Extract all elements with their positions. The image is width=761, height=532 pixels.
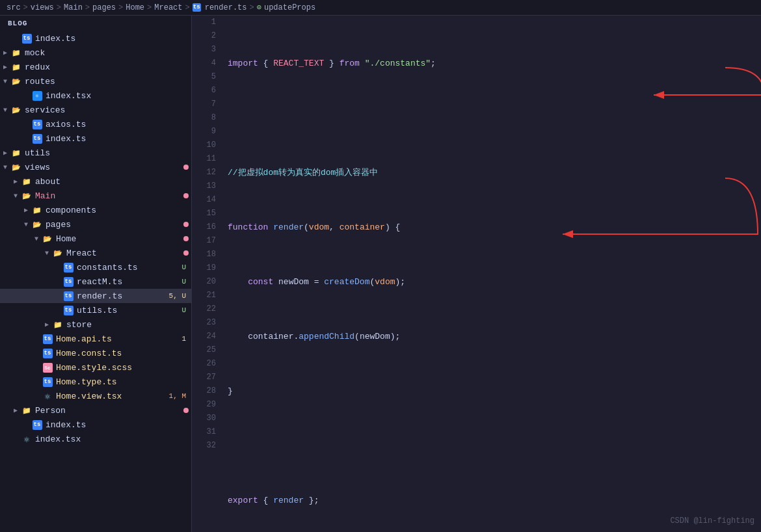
arrow: ▼: [21, 219, 31, 230]
folder-icon: 📁: [10, 147, 22, 159]
arrow: [31, 391, 42, 401]
sidebar-item-home-type-ts[interactable]: ts Home.type.ts: [0, 375, 191, 389]
arrow: [31, 377, 42, 387]
line-num-26: 26: [197, 357, 216, 371]
file-badge: U: [179, 306, 189, 314]
line-num-29: 29: [197, 398, 216, 412]
folder-icon: 📂: [10, 161, 22, 173]
breadcrumb-sep5: >: [147, 3, 152, 12]
sidebar-item-redux[interactable]: ▶ 📁 redux: [0, 60, 191, 74]
line-num-20: 20: [197, 275, 216, 289]
line-num-21: 21: [197, 289, 216, 302]
file-label: Home.const.ts: [56, 349, 191, 358]
sidebar-item-reactm-ts[interactable]: ts reactM.ts U: [0, 274, 191, 289]
file-icon-ts: ts: [21, 33, 33, 44]
folder-label: about: [35, 177, 191, 187]
breadcrumb-pages[interactable]: pages: [92, 3, 116, 12]
code-lines: import { REACT_TEXT } from "./constants"…: [221, 16, 761, 532]
file-badge: 1, M: [167, 392, 189, 400]
code-line-6: container.appendChild(newDom);: [228, 330, 761, 343]
sidebar-item-person[interactable]: ▶ 📁 Person: [0, 403, 191, 418]
sidebar-item-home-view-tsx[interactable]: ⚛ Home.view.tsx 1, M: [0, 389, 191, 403]
line-num-10: 10: [197, 139, 216, 152]
breadcrumb-src[interactable]: src: [7, 3, 21, 12]
file-badge: 5, U: [167, 292, 189, 300]
sidebar-item-index-ts[interactable]: ts index.ts: [0, 31, 191, 46]
code-line-7: }: [228, 384, 761, 398]
sidebar-item-services-index-ts[interactable]: ts index.ts: [0, 131, 191, 146]
sidebar-item-routes-index-tsx[interactable]: ⚛ index.tsx: [0, 88, 191, 103]
sidebar-item-home-const-ts[interactable]: ts Home.const.ts: [0, 346, 191, 360]
sidebar-item-utils[interactable]: ▶ 📁 utils: [0, 146, 191, 160]
arrow: ▶: [0, 47, 10, 58]
file-icon-ts: ts: [31, 133, 43, 144]
line-num-24: 24: [197, 330, 216, 343]
sidebar-item-pages[interactable]: ▼ 📂 pages: [0, 217, 191, 232]
folder-label: Person: [35, 406, 183, 416]
sidebar-item-home[interactable]: ▼ 📂 Home: [0, 232, 191, 246]
folder-label: redux: [25, 62, 191, 72]
folder-label: Home: [56, 234, 183, 244]
sidebar-item-mreact[interactable]: ▼ 📂 Mreact: [0, 246, 191, 260]
line-num-22: 22: [197, 302, 216, 316]
folder-icon: 📁: [21, 405, 33, 416]
arrow: [52, 262, 62, 273]
sidebar-item-home-style-scss[interactable]: Sc Home.style.scss: [0, 360, 191, 375]
breadcrumb-views[interactable]: views: [31, 3, 54, 12]
folder-icon: 📁: [31, 204, 43, 216]
arrow: ▶: [10, 405, 21, 416]
file-label: Home.view.tsx: [56, 392, 167, 401]
arrow: [10, 434, 21, 444]
sidebar-item-about[interactable]: ▶ 📁 about: [0, 174, 191, 189]
sidebar-item-services[interactable]: ▼ 📂 services: [0, 103, 191, 117]
breadcrumb-file[interactable]: render.ts: [205, 3, 247, 12]
sidebar-item-main[interactable]: ▼ 📂 Main: [0, 189, 191, 203]
sidebar-item-render-ts[interactable]: ts render.ts 5, U: [0, 289, 191, 303]
sidebar-item-index-ts3[interactable]: ts index.ts: [0, 418, 191, 432]
file-icon-ts: ts: [62, 290, 74, 302]
folder-label: pages: [46, 220, 183, 230]
line-num-17: 17: [197, 234, 216, 248]
main-container: BLOG ts index.ts ▶ 📁 mock ▶ 📁 redux ▼ 📂 …: [0, 16, 761, 532]
breadcrumb-home[interactable]: Home: [126, 3, 144, 12]
sidebar: BLOG ts index.ts ▶ 📁 mock ▶ 📁 redux ▼ 📂 …: [0, 16, 192, 532]
folder-icon: 📂: [21, 190, 33, 202]
folder-label: mock: [25, 48, 191, 58]
breadcrumb-main[interactable]: Main: [64, 3, 83, 12]
folder-icon: 📁: [10, 61, 22, 73]
line-num-5: 5: [197, 70, 216, 84]
sidebar-item-axios-ts[interactable]: ts axios.ts: [0, 117, 191, 131]
sidebar-item-views[interactable]: ▼ 📂 views: [0, 160, 191, 174]
breadcrumb-mreact[interactable]: Mreact: [154, 3, 182, 12]
line-num-1: 1: [197, 16, 216, 29]
file-label: index.ts: [46, 420, 191, 430]
line-num-30: 30: [197, 412, 216, 425]
file-icon-ts: ts: [31, 419, 43, 431]
arrow: [21, 419, 31, 430]
file-label: utils.ts: [77, 306, 179, 315]
sidebar-item-constants-ts[interactable]: ts constants.ts U: [0, 260, 191, 274]
line-num-15: 15: [197, 207, 216, 220]
file-label: index.ts: [35, 34, 191, 44]
breadcrumb-func-icon: ⊙: [257, 3, 261, 12]
line-num-12: 12: [197, 166, 216, 180]
breadcrumb-sep2: >: [57, 3, 61, 12]
sidebar-item-utils-ts[interactable]: ts utils.ts U: [0, 303, 191, 317]
editor[interactable]: 1 2 3 4 5 6 7 8 9 10 11 12 13 14 15 16 1…: [192, 16, 761, 532]
file-icon-ts: ts: [42, 347, 53, 359]
code-line-8: [228, 439, 761, 453]
breadcrumb-sep4: >: [118, 3, 123, 12]
sidebar-item-mock[interactable]: ▶ 📁 mock: [0, 46, 191, 60]
sidebar-item-components[interactable]: ▶ 📁 components: [0, 203, 191, 217]
file-label: render.ts: [77, 291, 167, 301]
breadcrumb-func[interactable]: updateProps: [264, 3, 315, 12]
arrow: ▼: [42, 248, 52, 258]
code-line-9: export { render };: [228, 494, 761, 507]
arrow: [52, 291, 62, 301]
sidebar-item-store[interactable]: ▶ 📁 store: [0, 317, 191, 332]
modified-dot: [183, 222, 189, 227]
sidebar-item-routes[interactable]: ▼ 📂 routes: [0, 74, 191, 88]
sidebar-item-index-tsx2[interactable]: ⚛ index.tsx: [0, 432, 191, 446]
arrow: [31, 362, 42, 373]
sidebar-item-home-api-ts[interactable]: ts Home.api.ts 1: [0, 332, 191, 346]
